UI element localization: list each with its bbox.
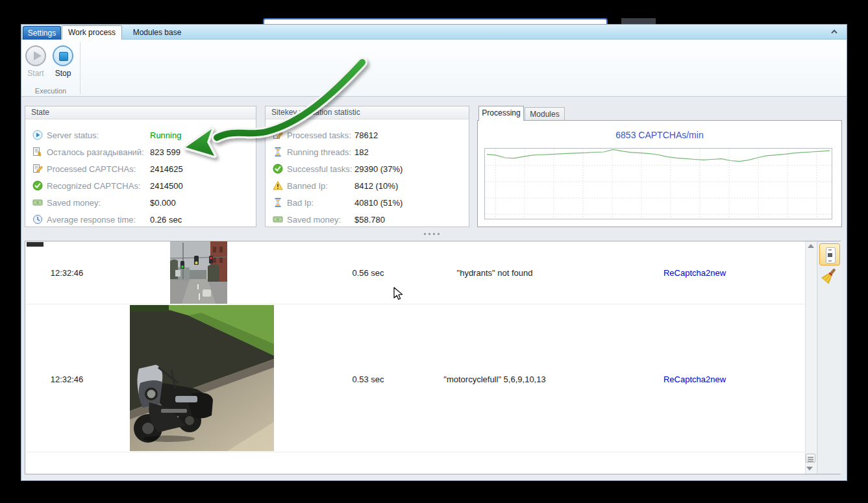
sitekey-saved-money-value: $58.780: [354, 215, 385, 225]
log-time: 12:32:46: [51, 268, 84, 278]
ribbon-group-label: Execution: [21, 87, 80, 95]
captcha-thumbnail-street-traffic-lights: [170, 241, 227, 304]
check-circle-icon: [32, 180, 43, 191]
log-list: 12:32:46 0.56 sec "hydrants" not found R…: [25, 241, 841, 474]
saved-money-value: $0.000: [150, 198, 176, 208]
warning-icon: [273, 180, 283, 191]
start-button-label: Start: [21, 69, 50, 78]
money-icon: [273, 214, 283, 225]
tab-modules[interactable]: Modules: [525, 107, 565, 121]
state-row: Server status:: [32, 129, 99, 141]
clock-icon: [32, 214, 43, 225]
tab-work-process[interactable]: Work process: [62, 25, 122, 40]
log-row-separator: [26, 452, 805, 452]
tasks-doc-icon: [32, 147, 43, 157]
start-icon: [25, 45, 46, 66]
clear-log-broom-icon[interactable]: [821, 267, 838, 284]
log-result: "hydrants" not found: [457, 268, 533, 278]
log-duration: 0.53 sec: [352, 374, 384, 384]
chart-title: 6853 CAPTCHAs/min: [478, 130, 841, 140]
sitekey-panel-title: Sitekey validation statistic: [266, 106, 469, 119]
stop-button[interactable]: Stop: [49, 45, 77, 78]
splitter-handle[interactable]: [419, 231, 445, 236]
state-row: Processed CAPTCHAs:: [32, 163, 136, 175]
log-menu-button[interactable]: [806, 454, 815, 463]
log-result: "motorcyclefull" 5,6,9,10,13: [443, 374, 545, 384]
log-module-link[interactable]: ReCaptcha2new: [663, 374, 726, 384]
log-time: 12:32:46: [51, 374, 84, 384]
scroll-up-button[interactable]: [808, 244, 814, 248]
running-threads-value: 182: [354, 147, 369, 157]
sitekey-row: Running threads:: [273, 146, 351, 158]
log-scrollbar: [805, 241, 816, 474]
sitekey-row: Banned Ip:: [273, 180, 328, 191]
processing-panel: 6853 CAPTCHAs/min: [477, 120, 842, 227]
start-button[interactable]: Start: [21, 45, 50, 78]
successful-tasks-value: 29390 (37%): [354, 164, 403, 174]
sitekey-row: Bad Ip:: [273, 197, 314, 208]
state-row: Saved money:: [32, 197, 101, 208]
collapse-ribbon-button[interactable]: [829, 27, 839, 36]
money-icon: [32, 197, 43, 208]
autoscroll-toggle-button[interactable]: [819, 243, 840, 265]
log-row-separator: [26, 304, 805, 304]
sitekey-row: Saved money:: [273, 214, 341, 225]
hourglass-icon: [273, 197, 283, 208]
processed-tasks-value: 78612: [354, 130, 378, 140]
captchas-per-minute-chart: [484, 148, 832, 219]
server-status-value: Running: [150, 130, 181, 140]
banned-ip-value: 8412 (10%): [354, 181, 398, 191]
sitekey-row: Successful tasks:: [273, 163, 352, 175]
log-duration: 0.56 sec: [352, 268, 384, 278]
sitekey-panel: Sitekey validation statistic Processed t…: [265, 106, 469, 227]
edit-doc-icon: [273, 130, 283, 140]
ribbon-group-separator: [80, 42, 81, 94]
bad-ip-value: 40810 (51%): [354, 198, 403, 208]
tab-modules-base[interactable]: Modules base: [127, 26, 187, 40]
log-side-toolbar: [817, 241, 841, 474]
processed-captchas-value: 2414625: [150, 164, 183, 174]
sitekey-row: Processed tasks:: [273, 129, 351, 141]
scroll-down-button[interactable]: [806, 465, 813, 472]
stop-button-label: Stop: [49, 69, 77, 78]
play-circle-icon: [32, 130, 43, 140]
stop-icon: [53, 45, 73, 66]
tab-settings[interactable]: Settings: [23, 26, 61, 40]
edit-doc-icon: [32, 164, 43, 174]
tab-processing[interactable]: Processing: [478, 106, 524, 121]
chevron-up-icon: [829, 27, 839, 36]
captcha-image-motorcycle: [130, 305, 274, 451]
hourglass-icon: [273, 147, 283, 157]
log-module-link[interactable]: ReCaptcha2new: [663, 268, 726, 278]
state-row: Осталось разгадываний:: [32, 146, 144, 158]
remaining-solves-value: 823 599: [150, 147, 180, 157]
state-row: Average response time:: [32, 214, 136, 225]
scroll-switch-icon: [826, 247, 836, 264]
ribbon: [21, 40, 847, 97]
avg-response-time-value: 0.26 sec: [150, 215, 182, 225]
previous-row-image-sliver: [27, 242, 43, 247]
recognized-captchas-value: 2414500: [150, 181, 183, 191]
check-circle-icon: [273, 164, 283, 174]
state-panel: State Server status: Осталось разгадыван…: [25, 106, 256, 227]
state-panel-title: State: [25, 106, 256, 119]
state-row: Recognized CAPTCHAs:: [32, 180, 141, 191]
